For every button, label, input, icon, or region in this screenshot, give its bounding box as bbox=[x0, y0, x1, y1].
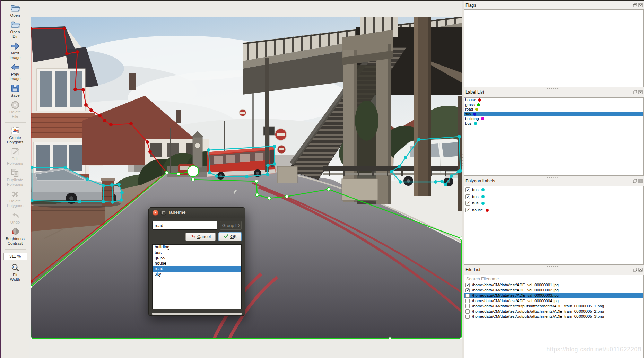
file-list-item[interactable]: /home/data/CM/data/test/ADE_val_00000004… bbox=[464, 298, 643, 304]
polygon-vertex[interactable] bbox=[398, 165, 401, 168]
polygon-vertex[interactable] bbox=[389, 337, 392, 339]
file-list-item[interactable]: /home/data/CM/data/test/outputs/attachme… bbox=[464, 304, 643, 309]
label-option-grass[interactable]: grass bbox=[153, 255, 241, 261]
polygon-vertex[interactable] bbox=[146, 140, 149, 144]
splitter-handle[interactable] bbox=[547, 177, 548, 178]
polygon-vertex[interactable] bbox=[268, 197, 271, 200]
polygon-vertex[interactable] bbox=[76, 50, 79, 54]
polygon-vertex[interactable] bbox=[98, 114, 102, 117]
polygon-vertex[interactable] bbox=[192, 178, 195, 181]
toolbar-brightness-contrast-button[interactable]: BrightnessContrast bbox=[2, 227, 29, 246]
dialog-titlebar[interactable]: × labelme bbox=[149, 208, 245, 218]
polygon-vertex[interactable] bbox=[148, 150, 152, 154]
visibility-checkbox[interactable] bbox=[465, 208, 470, 212]
polygon-vertex[interactable] bbox=[417, 138, 420, 141]
toolbar-duplicate-polygons-button[interactable]: DuplicatePolygons bbox=[2, 168, 29, 187]
polygon-vertex[interactable] bbox=[165, 171, 168, 174]
close-icon[interactable] bbox=[638, 90, 643, 94]
file-checkbox[interactable] bbox=[465, 288, 470, 292]
road-polygon[interactable] bbox=[31, 171, 462, 339]
toolbar-fit-width-button[interactable]: FitWidth bbox=[2, 263, 29, 282]
file-list-item[interactable]: /home/data/CM/data/test/outputs/attachme… bbox=[464, 314, 643, 319]
toolbar-prev-image-button[interactable]: PrevImage bbox=[2, 62, 29, 81]
float-icon[interactable] bbox=[633, 90, 637, 94]
toolbar-delete-polygons-button[interactable]: DeletePolygons bbox=[2, 189, 29, 208]
polygon-label-item-bus[interactable]: bus bbox=[464, 200, 643, 207]
polygon-vertex[interactable] bbox=[266, 173, 269, 176]
label-option-road[interactable]: road bbox=[153, 266, 241, 272]
polygon-vertex[interactable] bbox=[273, 145, 276, 148]
polygon-vertex[interactable] bbox=[31, 166, 34, 169]
polygon-vertex[interactable] bbox=[207, 148, 210, 152]
file-list-item[interactable]: /home/data/CM/data/test/outputs/attachme… bbox=[464, 309, 643, 314]
polygon-vertex[interactable] bbox=[81, 88, 85, 91]
annotation-overlay[interactable] bbox=[31, 17, 462, 339]
polygon-vertex[interactable] bbox=[450, 174, 453, 178]
polygon-vertex[interactable] bbox=[84, 103, 88, 107]
polygon-vertex[interactable] bbox=[255, 180, 258, 183]
car-polygon-edge-b[interactable] bbox=[112, 185, 113, 202]
polygon-labels-list[interactable]: busbusbushouse bbox=[464, 186, 644, 265]
float-icon[interactable] bbox=[633, 3, 637, 7]
toolbar-edit-polygons-button[interactable]: EditPolygons bbox=[2, 147, 29, 166]
polygon-vertex[interactable] bbox=[31, 285, 32, 288]
visibility-checkbox[interactable] bbox=[465, 187, 470, 192]
ok-button[interactable]: OK bbox=[219, 233, 242, 241]
toolbar-create-polygons-button[interactable]: CreatePolygons bbox=[2, 126, 29, 145]
polygon-vertex[interactable] bbox=[86, 177, 89, 181]
label-options-list[interactable]: buildingbusgrasshouseroadsky bbox=[152, 244, 242, 309]
polygon-vertex[interactable] bbox=[215, 174, 218, 178]
file-list-item[interactable]: /home/data/CM/data/test/ADE_val_00000003… bbox=[464, 293, 643, 298]
car-polygon[interactable] bbox=[31, 166, 124, 204]
file-checkbox[interactable] bbox=[465, 304, 470, 308]
polygon-vertex[interactable] bbox=[460, 337, 462, 339]
toolbar-save-button[interactable]: Save bbox=[2, 84, 29, 98]
polygon-label-item-bus[interactable]: bus bbox=[464, 193, 643, 200]
toolbar-open-dir-button[interactable]: OpenDir bbox=[2, 20, 29, 39]
cancel-button[interactable]: Cancel bbox=[185, 233, 216, 241]
file-list-item[interactable]: /home/data/CM/data/test/ADE_val_00000001… bbox=[464, 282, 643, 288]
active-vertex-handle[interactable] bbox=[188, 166, 199, 177]
label-list-item-road[interactable]: road bbox=[464, 107, 643, 112]
polygon-vertex[interactable] bbox=[120, 191, 124, 194]
close-icon[interactable] bbox=[638, 268, 643, 272]
polygon-vertex[interactable] bbox=[266, 164, 270, 167]
polygon-vertex[interactable] bbox=[458, 135, 461, 138]
label-option-sky[interactable]: sky bbox=[153, 272, 241, 277]
polygon-vertex[interactable] bbox=[285, 195, 288, 198]
label-list-item-building[interactable]: building bbox=[464, 116, 643, 121]
polygon-vertex[interactable] bbox=[65, 52, 69, 55]
polygon-vertex[interactable] bbox=[31, 27, 33, 30]
label-list-item-sky[interactable]: sky bbox=[464, 112, 643, 117]
label-option-building[interactable]: building bbox=[153, 245, 241, 250]
polygon-vertex[interactable] bbox=[327, 188, 330, 191]
polygon-vertex[interactable] bbox=[256, 193, 259, 197]
polygon-label-item-house[interactable]: house bbox=[464, 207, 643, 214]
file-list-item[interactable]: /home/data/CM/data/test/ADE_val_00000002… bbox=[464, 288, 643, 293]
bus-polygon[interactable] bbox=[207, 145, 276, 178]
label-option-house[interactable]: house bbox=[153, 261, 241, 267]
zoom-spinbox[interactable]: 311 % bbox=[3, 253, 27, 260]
van-polygon[interactable] bbox=[390, 135, 462, 186]
close-icon[interactable] bbox=[638, 179, 643, 183]
file-checkbox[interactable] bbox=[465, 315, 470, 319]
file-checkbox[interactable] bbox=[465, 309, 470, 314]
toolbar-open-button[interactable]: Open bbox=[2, 3, 29, 18]
toolbar-delete-file-button[interactable]: DeleteFile bbox=[2, 100, 29, 119]
polygon-vertex[interactable] bbox=[31, 199, 34, 202]
polygon-vertex[interactable] bbox=[109, 123, 113, 126]
polygon-vertex[interactable] bbox=[460, 237, 462, 240]
polygon-vertex[interactable] bbox=[457, 170, 460, 173]
panel-splitter[interactable] bbox=[462, 1, 464, 358]
polygon-vertex[interactable] bbox=[390, 170, 393, 173]
label-list-item-house[interactable]: house bbox=[464, 98, 643, 103]
house-polygon[interactable] bbox=[31, 27, 168, 283]
group-id-input[interactable] bbox=[220, 221, 242, 230]
polygon-vertex[interactable] bbox=[404, 156, 407, 159]
toolbar-undo-button[interactable]: Undo bbox=[2, 210, 29, 225]
flags-list[interactable] bbox=[464, 9, 644, 87]
label-list[interactable]: housegrassroadskybuildingbus bbox=[464, 97, 644, 176]
polygon-vertex[interactable] bbox=[31, 337, 33, 339]
file-checkbox[interactable] bbox=[465, 294, 470, 298]
splitter-handle[interactable] bbox=[547, 266, 548, 267]
